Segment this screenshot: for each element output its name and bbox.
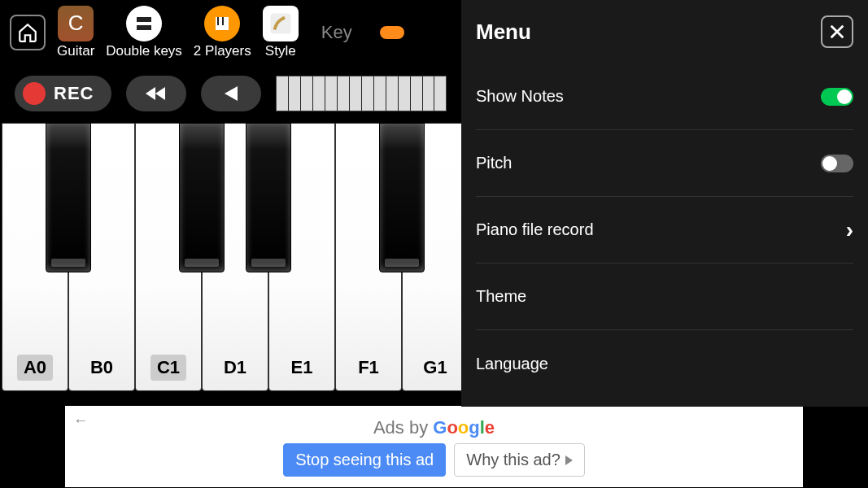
note-label: A0 — [17, 355, 53, 381]
note-label: E1 — [285, 355, 320, 381]
note-label: D1 — [217, 355, 253, 381]
note-label: B0 — [84, 355, 120, 381]
svg-rect-1 — [137, 25, 151, 30]
note-label: C1 — [150, 355, 186, 381]
toggle[interactable] — [821, 155, 853, 172]
black-key[interactable] — [379, 123, 425, 272]
menu-item-label: Language — [476, 355, 548, 373]
partial-orange-element — [380, 26, 404, 39]
topbar-label: Guitar — [57, 43, 94, 59]
note-label: F1 — [351, 355, 386, 381]
menu-item-language[interactable]: Language — [476, 330, 853, 397]
topbar-item-double-keys[interactable]: Double keys — [106, 6, 182, 59]
toggle[interactable] — [821, 88, 853, 106]
topbar-item-2players[interactable]: 2 Players — [194, 6, 251, 59]
svg-rect-0 — [137, 17, 151, 22]
close-icon — [828, 23, 846, 41]
menu-title: Menu — [476, 20, 531, 45]
menu-header: Menu — [476, 0, 853, 63]
black-key[interactable] — [46, 123, 91, 272]
menu-item-theme[interactable]: Theme — [476, 264, 853, 330]
ad-back-arrow[interactable]: ← — [73, 412, 88, 429]
menu-panel: Menu Show NotesPitchPiano file record›Th… — [461, 0, 868, 407]
rewind-button[interactable] — [126, 76, 186, 111]
play-left-icon — [223, 85, 239, 102]
two-players-icon — [204, 6, 240, 41]
record-button[interactable]: REC — [15, 76, 111, 111]
home-button[interactable] — [10, 15, 46, 50]
menu-item-piano-file-record[interactable]: Piano file record› — [476, 197, 853, 264]
topbar-label: 2 Players — [194, 43, 251, 59]
menu-item-label: Pitch — [476, 154, 512, 172]
mini-piano-map[interactable] — [276, 76, 447, 111]
play-triangle-icon — [565, 455, 573, 465]
guitar-icon: C — [58, 6, 94, 41]
topbar-item-guitar[interactable]: C Guitar — [57, 6, 94, 59]
svg-rect-5 — [270, 13, 290, 33]
home-icon — [17, 22, 38, 43]
key-label-partial: Key — [321, 22, 352, 43]
menu-item-label: Theme — [476, 287, 526, 306]
record-icon — [23, 82, 46, 105]
menu-item-label: Show Notes — [476, 87, 564, 106]
stop-ad-button[interactable]: Stop seeing this ad — [283, 443, 446, 477]
menu-item-show-notes[interactable]: Show Notes — [476, 63, 853, 130]
black-key[interactable] — [179, 123, 225, 272]
black-key[interactable] — [246, 123, 291, 272]
svg-rect-4 — [222, 17, 224, 25]
menu-item-label: Piano file record — [476, 220, 594, 239]
topbar-item-style[interactable]: Style — [263, 6, 299, 59]
close-button[interactable] — [821, 15, 853, 48]
double-keys-icon — [126, 6, 162, 41]
ads-by-text: Ads by Google — [373, 417, 495, 438]
rewind-icon — [144, 85, 168, 102]
ad-banner: ← Ads by Google Stop seeing this ad Why … — [65, 406, 803, 487]
record-label: REC — [54, 83, 94, 104]
topbar-label: Double keys — [106, 43, 182, 59]
svg-rect-3 — [217, 17, 219, 25]
chevron-right-icon: › — [846, 217, 853, 243]
why-ad-button[interactable]: Why this ad? — [454, 443, 585, 477]
note-label: G1 — [417, 355, 453, 381]
menu-item-pitch[interactable]: Pitch — [476, 130, 853, 197]
topbar-label: Style — [265, 43, 296, 59]
style-icon — [263, 6, 299, 41]
play-button[interactable] — [201, 76, 261, 111]
